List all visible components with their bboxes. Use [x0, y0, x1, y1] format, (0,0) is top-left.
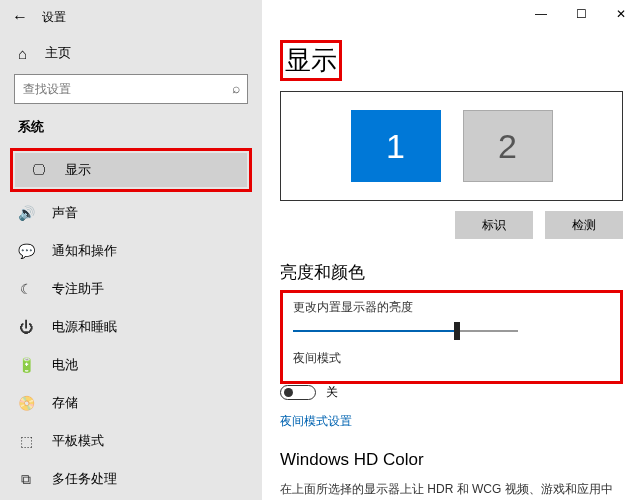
nav-icon: ⏻ [18, 319, 34, 335]
nav-icon: 🔋 [18, 357, 34, 373]
nav-label: 平板模式 [52, 432, 104, 450]
minimize-button[interactable]: — [521, 0, 561, 28]
nav-icon: ⧉ [18, 471, 34, 488]
nav-icon: 🔊 [18, 205, 34, 221]
nav-label: 多任务处理 [52, 470, 117, 488]
monitor-2[interactable]: 2 [463, 110, 553, 182]
nav-label: 通知和操作 [52, 242, 117, 260]
sidebar-item-2[interactable]: 💬通知和操作 [0, 232, 262, 270]
brightness-slider[interactable] [293, 330, 518, 332]
toggle-state: 关 [326, 384, 338, 401]
identify-button[interactable]: 标识 [455, 211, 533, 239]
sidebar-item-6[interactable]: 📀存储 [0, 384, 262, 422]
nav-label: 显示 [65, 161, 91, 179]
sidebar-item-3[interactable]: ☾专注助手 [0, 270, 262, 308]
nav-icon: 🖵 [31, 162, 47, 178]
nav-label: 声音 [52, 204, 78, 222]
night-mode-label: 夜间模式 [293, 350, 610, 367]
sidebar-item-4[interactable]: ⏻电源和睡眠 [0, 308, 262, 346]
display-arrangement[interactable]: 1 2 [280, 91, 623, 201]
sidebar-item-5[interactable]: 🔋电池 [0, 346, 262, 384]
detect-button[interactable]: 检测 [545, 211, 623, 239]
night-mode-settings-link[interactable]: 夜间模式设置 [280, 413, 352, 430]
window-title: 设置 [42, 9, 66, 26]
brightness-highlight: 更改内置显示器的亮度 夜间模式 [280, 290, 623, 384]
nav-label: 电源和睡眠 [52, 318, 117, 336]
back-icon[interactable]: ← [12, 8, 28, 26]
slider-thumb[interactable] [454, 322, 460, 340]
brightness-label: 更改内置显示器的亮度 [293, 299, 610, 316]
search-input[interactable] [14, 74, 248, 104]
nav-highlight: 🖵显示 [10, 148, 252, 192]
sidebar-item-1[interactable]: 🔊声音 [0, 194, 262, 232]
monitor-1[interactable]: 1 [351, 110, 441, 182]
nav-icon: 📀 [18, 395, 34, 411]
nav-icon: ⬚ [18, 433, 34, 449]
hd-color-heading: Windows HD Color [280, 450, 623, 470]
nav-label: 专注助手 [52, 280, 104, 298]
nav-label: 存储 [52, 394, 78, 412]
night-mode-toggle[interactable] [280, 385, 316, 400]
category-heading: 系统 [0, 118, 262, 146]
nav-icon: 💬 [18, 243, 34, 259]
maximize-button[interactable]: ☐ [561, 0, 601, 28]
home-label: 主页 [45, 44, 71, 62]
page-title: 显示 [280, 40, 342, 81]
nav-icon: ☾ [18, 281, 34, 297]
close-button[interactable]: ✕ [601, 0, 641, 28]
search-icon[interactable]: ⌕ [232, 80, 240, 96]
sidebar-item-8[interactable]: ⧉多任务处理 [0, 460, 262, 498]
nav-label: 电池 [52, 356, 78, 374]
sidebar-item-0[interactable]: 🖵显示 [15, 153, 247, 187]
hd-color-description: 在上面所选择的显示器上让 HDR 和 WCG 视频、游戏和应用中的画面更明亮、更… [280, 480, 623, 500]
sidebar-item-7[interactable]: ⬚平板模式 [0, 422, 262, 460]
home-icon: ⌂ [18, 45, 27, 62]
home-button[interactable]: ⌂ 主页 [0, 34, 262, 74]
brightness-heading: 亮度和颜色 [280, 261, 623, 284]
